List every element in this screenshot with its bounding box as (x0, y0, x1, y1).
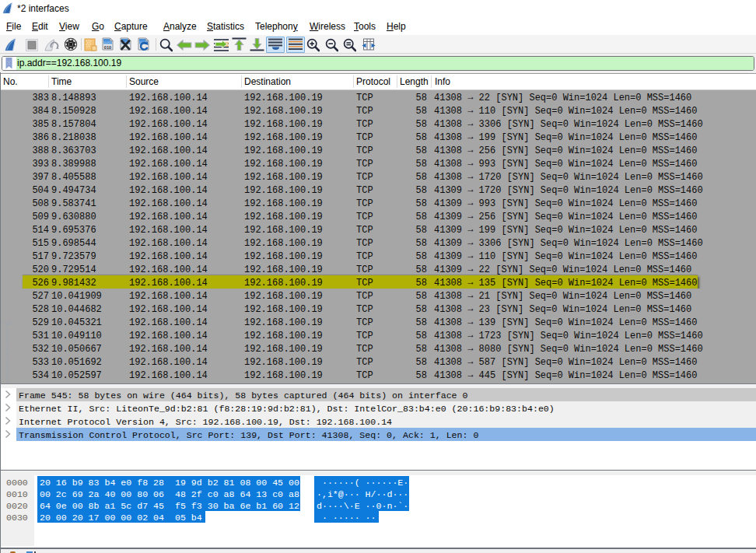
svg-text:010: 010 (104, 45, 111, 50)
